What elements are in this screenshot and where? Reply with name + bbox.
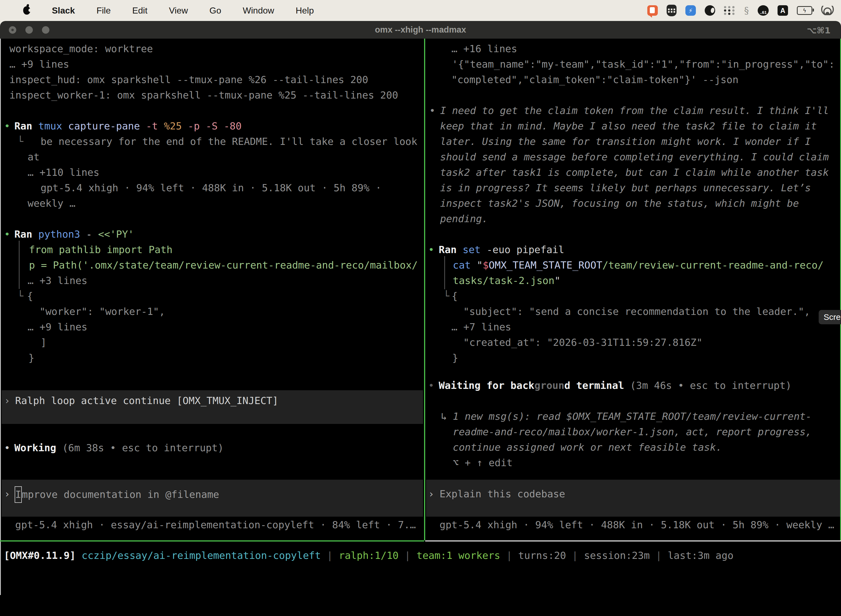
session-stats-footer: gpt-5.4 xhigh · 94% left · 488K in · 5.1…: [440, 517, 834, 532]
last-activity: last:3m ago: [668, 550, 733, 561]
output-line: … +110 lines: [28, 165, 99, 180]
output-line: be necessary for the end of the README. …: [41, 134, 417, 149]
ran-tmux-command: Ran tmux capture-pane -t %25 -p -S -80: [14, 119, 242, 134]
output-line: … +3 lines: [28, 273, 88, 288]
command-name: python3: [32, 229, 80, 240]
json-line: "subject": "send a concise recommendatio…: [463, 304, 810, 319]
omx-version: [OMX#0.11.9]: [4, 550, 76, 561]
separator: |: [321, 550, 339, 561]
run-bullet-icon: •: [428, 242, 434, 258]
battery-icon[interactable]: ϟ: [797, 6, 812, 15]
window-title-bar[interactable]: omx --xhigh --madmax ⌥⌘1: [0, 21, 841, 39]
thinking-line: should send a message before completing …: [440, 149, 829, 165]
menu-status-icons: ⚡ § ..61 A ϟ: [647, 5, 841, 16]
command-name: set: [457, 244, 481, 255]
pane-bottom-border-active: [0, 540, 424, 541]
python-code-line: p = Path('.omx/state/team/review-current…: [29, 258, 418, 273]
squiggle-icon[interactable]: §: [744, 5, 749, 16]
thinking-line: I need to get the claim token from the c…: [440, 103, 829, 119]
menu-item-help[interactable]: Help: [296, 6, 314, 16]
wifi-icon[interactable]: [821, 6, 834, 15]
ran-python-command: Ran python3 - <<'PY': [14, 227, 134, 242]
json-line: "created_at": "2026-03-31T11:59:27.816Z": [463, 335, 702, 350]
ralph-loop-status: Ralph loop active continue [OMX_TMUX_INJ…: [15, 393, 278, 408]
cat-command-line: cat "$OMX_TEAM_STATE_ROOT/team/review-cu…: [453, 258, 823, 273]
apple-icon[interactable]: [23, 6, 30, 15]
flag: -S: [200, 120, 218, 132]
menu-item-go[interactable]: Go: [210, 6, 221, 16]
working-status: Working (6m 38s • esc to interrupt): [14, 440, 224, 456]
output-corner-glyph: └: [18, 288, 23, 304]
pane-border-left: [0, 39, 1, 595]
output-line: "completed","claim_token":"claim-token"}…: [451, 72, 738, 88]
menu-item-view[interactable]: View: [169, 6, 188, 16]
ralph-counter: ralph:1/10: [339, 550, 399, 561]
path: /team/review-current-readme-and-reco/: [602, 260, 823, 271]
session-stats-footer: gpt-5.4 xhigh · essay/ai-reimplementatio…: [15, 517, 416, 532]
command-args: -euo pipefail: [481, 244, 564, 255]
flag: -80: [218, 120, 242, 132]
waiting-label-shimmer: groun: [535, 380, 564, 391]
json-line: … +7 lines: [451, 319, 511, 335]
separator: |: [500, 550, 518, 561]
thinking-line: later. Using the same for transition mig…: [440, 134, 811, 149]
session-timer: session:23m: [584, 550, 649, 561]
thinking-bullet-icon: •: [429, 103, 435, 119]
menu-item-edit[interactable]: Edit: [132, 6, 147, 16]
separator: |: [399, 550, 417, 561]
turns-counter: turns:20: [518, 550, 566, 561]
chat-app-icon[interactable]: [647, 5, 658, 16]
hud-line: inspect_worker-1: omx sparkshell --tmux-…: [9, 88, 398, 103]
menu-item-file[interactable]: File: [97, 6, 111, 16]
separator: |: [650, 550, 668, 561]
ran-label: Ran: [14, 120, 32, 132]
keyboard-a-icon[interactable]: A: [778, 5, 788, 16]
ran-label: Ran: [439, 244, 457, 255]
text-cursor: I: [15, 486, 22, 503]
waiting-meta: (3m 46s • esc to interrupt): [624, 380, 792, 391]
edit-shortcut-hint: ⌥ + ↑ edit: [453, 455, 513, 471]
code-block-guide-line: [19, 241, 20, 289]
output-line: … +16 lines: [451, 41, 517, 57]
env-var: OMX_TEAM_STATE_ROOT: [489, 260, 602, 271]
pie-circle-icon[interactable]: [705, 5, 715, 16]
waiting-status: Waiting for background terminal (3m 46s …: [439, 378, 792, 393]
shield-grid-icon[interactable]: [667, 5, 677, 16]
pane-arg: %25: [158, 120, 182, 132]
json-line: {: [452, 288, 458, 304]
spark-app-icon[interactable]: ⚡: [686, 5, 696, 16]
counter-badge-icon[interactable]: ..61: [757, 5, 769, 16]
menu-item-slack[interactable]: Slack: [52, 6, 75, 16]
menu-items: Slack File Edit View Go Window Help: [0, 6, 314, 16]
working-label: Working: [14, 442, 56, 453]
team-counter: team:1 workers: [417, 550, 500, 561]
hud-line: … +9 lines: [9, 57, 69, 72]
flag: -t: [140, 120, 158, 132]
quote: ": [471, 260, 483, 271]
prompt-suggestion[interactable]: Explain this codebase: [440, 486, 565, 502]
pane-divider[interactable]: [424, 39, 425, 540]
working-bullet-icon: •: [4, 440, 10, 456]
window-title: omx --xhigh --madmax: [0, 25, 841, 35]
cat-command-line: tasks/task-2.json": [453, 273, 560, 288]
macos-menu-bar: Slack File Edit View Go Window Help ⚡ § …: [0, 0, 841, 21]
msg-arrow-icon: ↳: [441, 409, 447, 424]
run-bullet-icon: •: [4, 227, 10, 242]
quote: ": [554, 275, 560, 286]
dash-arg: -: [80, 229, 92, 240]
output-corner-glyph: └: [443, 288, 450, 304]
waiting-label: d terminal: [564, 380, 624, 391]
thinking-line: inspect task2's JSON, focusing on the st…: [440, 196, 799, 211]
output-line: at: [28, 149, 40, 165]
output-line: gpt-5.4 xhigh · 94% left · 488K in · 5.1…: [41, 180, 381, 196]
waiting-bullet-icon: •: [428, 378, 434, 393]
hud-line: inspect_hud: omx sparkshell --tmux-pane …: [9, 72, 368, 88]
json-line: ]: [41, 335, 47, 350]
grid-dots-icon[interactable]: [724, 6, 736, 15]
screen: Slack File Edit View Go Window Help ⚡ § …: [0, 0, 841, 616]
pane-bottom-border: [425, 540, 841, 541]
json-line: … +9 lines: [28, 319, 88, 335]
menu-item-window[interactable]: Window: [243, 6, 274, 16]
prompt-input[interactable]: Improve documentation in @filename: [15, 486, 219, 503]
thinking-line: task2 after task1 is complete, but can I…: [440, 165, 829, 180]
